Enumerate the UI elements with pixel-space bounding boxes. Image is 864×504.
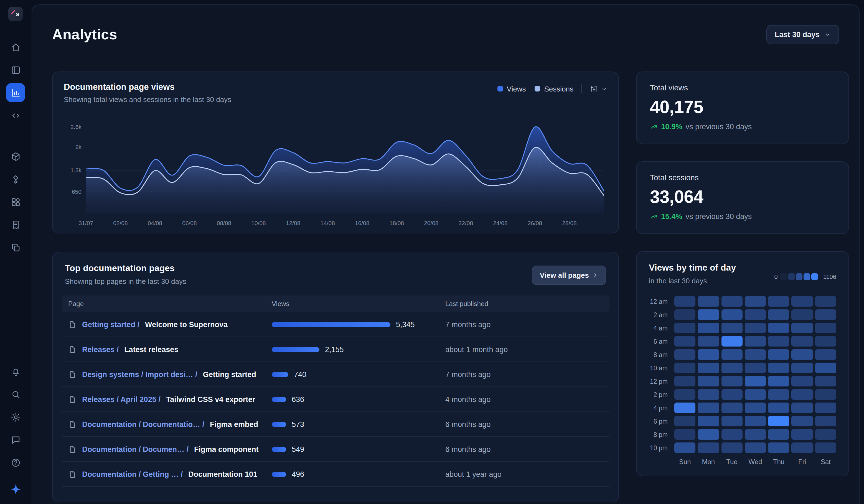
workspace-logo[interactable]: s [8, 7, 23, 21]
heatmap-cell[interactable] [674, 389, 696, 400]
sidebar-item-help[interactable] [6, 453, 25, 472]
heatmap-cell[interactable] [815, 403, 836, 413]
sidebar-item-receipt[interactable] [6, 215, 25, 234]
heatmap-cell[interactable] [745, 309, 766, 320]
sidebar-item-home[interactable] [6, 38, 25, 57]
heatmap-cell[interactable] [768, 349, 789, 360]
date-range-button[interactable]: Last 30 days [766, 25, 839, 44]
heatmap-cell[interactable] [745, 429, 766, 440]
heatmap-cell[interactable] [721, 309, 743, 320]
heatmap-cell[interactable] [815, 309, 836, 320]
heatmap-cell[interactable] [815, 389, 836, 400]
sidebar-item-box[interactable] [6, 147, 25, 166]
heatmap-cell[interactable] [698, 403, 719, 413]
heatmap-cell[interactable] [792, 416, 813, 427]
heatmap-cell[interactable] [815, 416, 836, 427]
heatmap-cell[interactable] [745, 336, 766, 347]
heatmap-cell[interactable] [698, 389, 719, 400]
heatmap-cell[interactable] [745, 416, 766, 427]
heatmap-cell[interactable] [768, 389, 789, 400]
heatmap-cell[interactable] [698, 309, 719, 320]
sidebar-item-analytics[interactable] [6, 83, 25, 102]
heatmap-cell[interactable] [792, 376, 813, 386]
heatmap-cell[interactable] [674, 442, 696, 453]
table-row[interactable]: Documentation / Documentatio… / Figma em… [62, 412, 610, 437]
heatmap-cell[interactable] [768, 363, 789, 373]
heatmap-cell[interactable] [721, 442, 743, 453]
table-row[interactable]: Releases / April 2025 / Tailwind CSS v4 … [62, 387, 610, 412]
heatmap-cell[interactable] [792, 309, 813, 320]
heatmap-cell[interactable] [698, 376, 719, 386]
heatmap-cell[interactable] [745, 349, 766, 360]
heatmap-cell[interactable] [792, 349, 813, 360]
heatmap-cell[interactable] [674, 376, 696, 386]
heatmap-cell[interactable] [698, 323, 719, 333]
heatmap-cell[interactable] [721, 349, 743, 360]
heatmap-cell[interactable] [721, 429, 743, 440]
heatmap-cell[interactable] [792, 442, 813, 453]
heatmap-cell[interactable] [721, 376, 743, 386]
sidebar-item-pages[interactable] [6, 60, 25, 79]
heatmap-cell[interactable] [792, 429, 813, 440]
heatmap-cell[interactable] [674, 363, 696, 373]
heatmap-cell[interactable] [768, 403, 789, 413]
heatmap-cell[interactable] [745, 389, 766, 400]
heatmap-cell[interactable] [745, 296, 766, 307]
heatmap-cell[interactable] [815, 323, 836, 333]
heatmap-cell[interactable] [815, 429, 836, 440]
heatmap-cell[interactable] [815, 336, 836, 347]
sidebar-item-search[interactable] [6, 385, 25, 404]
heatmap-cell[interactable] [768, 323, 789, 333]
table-row[interactable]: Design systems / Import desi… / Getting … [62, 362, 610, 387]
heatmap-cell[interactable] [674, 336, 696, 347]
chart-filter-button[interactable] [589, 84, 607, 93]
heatmap-cell[interactable] [745, 323, 766, 333]
supernova-logo[interactable] [8, 482, 23, 496]
heatmap-cell[interactable] [674, 349, 696, 360]
heatmap-cell[interactable] [815, 442, 836, 453]
heatmap-cell[interactable] [792, 363, 813, 373]
heatmap-cell[interactable] [792, 403, 813, 413]
heatmap-cell[interactable] [721, 416, 743, 427]
heatmap-cell[interactable] [674, 403, 696, 413]
sidebar-item-copy[interactable] [6, 238, 25, 257]
heatmap-cell[interactable] [698, 416, 719, 427]
heatmap-cell[interactable] [698, 296, 719, 307]
table-row[interactable]: Documentation / Documen… / Figma compone… [62, 437, 610, 462]
heatmap-cell[interactable] [674, 296, 696, 307]
legend-views[interactable]: Views [497, 85, 526, 93]
table-row[interactable]: Documentation / Getting … / Documentatio… [62, 462, 610, 487]
heatmap-cell[interactable] [698, 429, 719, 440]
heatmap-cell[interactable] [768, 442, 789, 453]
heatmap-cell[interactable] [768, 429, 789, 440]
heatmap-cell[interactable] [698, 363, 719, 373]
heatmap-cell[interactable] [792, 336, 813, 347]
heatmap-cell[interactable] [768, 336, 789, 347]
heatmap-cell[interactable] [674, 429, 696, 440]
heatmap-cell[interactable] [674, 416, 696, 427]
sidebar-item-assets[interactable] [6, 192, 25, 211]
sidebar-item-code[interactable] [6, 106, 25, 125]
heatmap-cell[interactable] [745, 442, 766, 453]
heatmap-cell[interactable] [792, 323, 813, 333]
heatmap-cell[interactable] [745, 363, 766, 373]
heatmap-cell[interactable] [792, 296, 813, 307]
heatmap-cell[interactable] [698, 442, 719, 453]
view-all-pages-button[interactable]: View all pages [532, 266, 606, 285]
heatmap-cell[interactable] [721, 323, 743, 333]
heatmap-cell[interactable] [815, 363, 836, 373]
heatmap-cell[interactable] [698, 336, 719, 347]
heatmap-cell[interactable] [815, 349, 836, 360]
heatmap-cell[interactable] [815, 296, 836, 307]
sidebar-item-bell[interactable] [6, 362, 25, 381]
table-row[interactable]: Releases / Latest releases2,155about 1 m… [62, 337, 610, 362]
heatmap-cell[interactable] [745, 376, 766, 386]
heatmap-cell[interactable] [792, 389, 813, 400]
heatmap-cell[interactable] [721, 363, 743, 373]
heatmap-cell[interactable] [698, 349, 719, 360]
legend-sessions[interactable]: Sessions [535, 85, 574, 93]
heatmap-cell[interactable] [674, 323, 696, 333]
heatmap-cell[interactable] [721, 336, 743, 347]
heatmap-cell[interactable] [721, 403, 743, 413]
heatmap-cell[interactable] [674, 309, 696, 320]
